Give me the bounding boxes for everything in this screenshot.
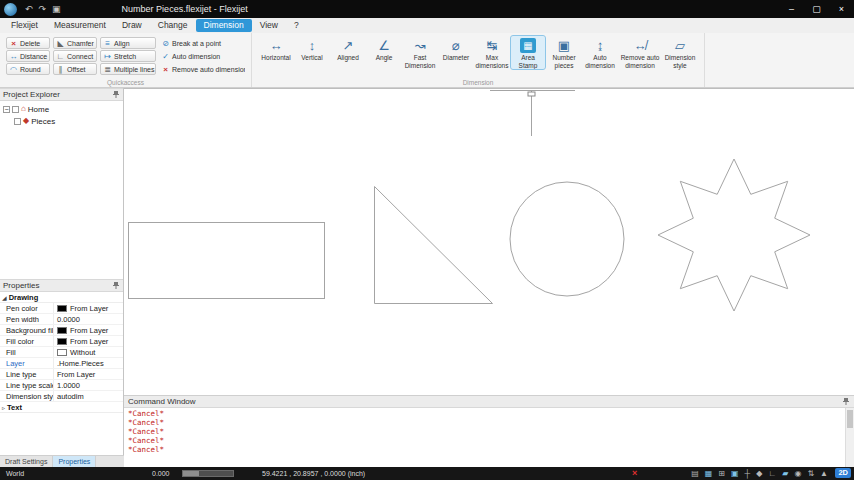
area-stamp-button[interactable]: ▦Area Stamp bbox=[511, 36, 545, 69]
section-drawing[interactable]: ◢ Drawing bbox=[0, 292, 123, 303]
line-type-scale-value[interactable]: 1.0000 bbox=[54, 380, 123, 390]
auto-dimension-button[interactable]: ↨Auto dimension bbox=[583, 36, 617, 69]
tab-properties[interactable]: Properties bbox=[53, 456, 96, 467]
chamfer-button[interactable]: ◣Chamfer bbox=[53, 37, 97, 49]
tree-item-home[interactable]: − ⌂ Home bbox=[0, 103, 123, 115]
shape-circle bbox=[510, 182, 624, 296]
mode-2d-badge[interactable]: 2D bbox=[835, 468, 851, 478]
command-output[interactable]: *Cancel* *Cancel* *Cancel* *Cancel* *Can… bbox=[124, 408, 845, 467]
remove-auto-dimension-toggle[interactable]: ×Remove auto dimension bbox=[159, 63, 245, 75]
dimension-style-value[interactable]: autodim bbox=[54, 391, 123, 401]
property-row-line-type-scale: Line type scale 1.0000 bbox=[0, 380, 123, 391]
pointer-icon[interactable]: ▲ bbox=[820, 468, 828, 479]
multiple-lines-button[interactable]: ≣Multiple lines bbox=[100, 63, 156, 75]
close-button[interactable]: × bbox=[829, 0, 854, 18]
layers-icon[interactable]: ▤ bbox=[691, 468, 699, 479]
section-expanded-icon: ◢ bbox=[2, 294, 7, 301]
fill-icon[interactable]: ▰ bbox=[782, 468, 788, 479]
command-scrollbar[interactable] bbox=[845, 408, 854, 467]
property-row-line-type: Line type From Layer bbox=[0, 369, 123, 380]
scrollbar-thumb[interactable] bbox=[847, 410, 853, 428]
round-button[interactable]: ◠Round bbox=[6, 63, 50, 75]
angle-dimension-button[interactable]: ∠Angle bbox=[367, 36, 401, 69]
align-button[interactable]: ≡Align bbox=[100, 37, 156, 49]
shape-eight-pointed-star bbox=[658, 159, 810, 311]
horizontal-dimension-button[interactable]: ↔Horizontal bbox=[259, 36, 293, 69]
offset-button[interactable]: ∥Offset bbox=[53, 63, 97, 75]
aligned-dimension-button[interactable]: ↗Aligned bbox=[331, 36, 365, 69]
slider-thumb[interactable] bbox=[183, 471, 199, 476]
vertical-dimension-button[interactable]: ↕Vertical bbox=[295, 36, 329, 69]
status-slider[interactable] bbox=[182, 470, 234, 477]
round-icon: ◠ bbox=[9, 65, 18, 74]
tab-view[interactable]: View bbox=[252, 19, 286, 32]
minimize-button[interactable]: – bbox=[779, 0, 804, 18]
section-collapsed-icon: ▹ bbox=[2, 404, 5, 411]
pin-icon[interactable] bbox=[842, 397, 850, 406]
coordinate-system-selector[interactable]: World bbox=[6, 470, 24, 477]
tab-dimension[interactable]: Dimension bbox=[196, 19, 252, 32]
collapse-icon[interactable]: − bbox=[3, 106, 10, 113]
fill-color-value[interactable]: From Layer bbox=[54, 336, 123, 346]
swap-icon[interactable]: ⇅ bbox=[807, 468, 814, 479]
background-fill-value[interactable]: From Layer bbox=[54, 325, 123, 335]
break-at-a-point-toggle[interactable]: ⊘Break at a point bbox=[159, 37, 245, 49]
command-line: *Cancel* bbox=[128, 445, 841, 454]
number-pieces-button[interactable]: ▣Number pieces bbox=[547, 36, 581, 69]
auto-dimension-toggle[interactable]: ✓Auto dimension bbox=[159, 50, 245, 62]
drawing-canvas[interactable] bbox=[124, 88, 854, 395]
redo-icon[interactable]: ↷ bbox=[39, 0, 47, 18]
shape-rectangle bbox=[129, 223, 325, 299]
ortho-icon[interactable]: ∟ bbox=[768, 468, 776, 479]
tree-item-pieces[interactable]: ◆ Pieces bbox=[0, 115, 123, 127]
dimension-style-button[interactable]: ▱Dimension style bbox=[663, 36, 697, 69]
tab-help[interactable]: ? bbox=[286, 19, 307, 32]
layer-value[interactable]: .Home.Pieces bbox=[54, 358, 123, 368]
offset-icon: ∥ bbox=[56, 65, 65, 74]
tab-draft-settings[interactable]: Draft Settings bbox=[0, 456, 53, 467]
properties-grid: ◢ Drawing Pen color From Layer Pen width… bbox=[0, 292, 123, 413]
polar-icon[interactable]: ◆ bbox=[756, 468, 762, 479]
distance-button[interactable]: ↔Distance bbox=[6, 50, 50, 62]
property-row-pen-color: Pen color From Layer bbox=[0, 303, 123, 314]
stretch-button[interactable]: ↦Stretch bbox=[100, 50, 156, 62]
crosshair-icon[interactable]: ┼ bbox=[745, 468, 751, 479]
osnap-icon[interactable]: ▣ bbox=[731, 468, 739, 479]
max-dimensions-button[interactable]: ↹Max dimensions bbox=[475, 36, 509, 69]
pin-icon[interactable] bbox=[112, 90, 120, 99]
delete-button[interactable]: ×Delete bbox=[6, 37, 50, 49]
track-icon[interactable]: ◉ bbox=[794, 468, 801, 479]
fill-value[interactable]: Without bbox=[54, 347, 123, 357]
pen-width-value[interactable]: 0.0000 bbox=[54, 314, 123, 324]
cancel-x-icon[interactable]: × bbox=[632, 468, 637, 478]
diameter-dimension-button[interactable]: ⌀Diameter bbox=[439, 36, 473, 69]
grid-icon[interactable]: ▦ bbox=[705, 468, 713, 479]
app-logo-icon[interactable] bbox=[4, 3, 17, 16]
tab-measurement[interactable]: Measurement bbox=[46, 19, 114, 32]
command-window-title: Command Window bbox=[128, 397, 842, 406]
undo-icon[interactable]: ↶ bbox=[25, 0, 33, 18]
sidebar: Project Explorer − ⌂ Home ◆ Pieces Prope… bbox=[0, 88, 124, 467]
line-type-value[interactable]: From Layer bbox=[54, 369, 123, 379]
snap-icon[interactable]: ⊞ bbox=[718, 468, 725, 479]
horizontal-icon: ↔ bbox=[270, 37, 283, 54]
remove-auto-dimension-button[interactable]: ↮Remove auto dimension bbox=[619, 36, 661, 69]
save-icon[interactable]: ▣ bbox=[52, 0, 61, 18]
qa-label: Multiple lines bbox=[114, 66, 154, 73]
maximize-button[interactable]: ▢ bbox=[804, 0, 829, 18]
tab-flexijet[interactable]: Flexijet bbox=[3, 19, 46, 32]
qa-label: Connect bbox=[67, 53, 93, 60]
home-checkbox[interactable] bbox=[12, 106, 19, 113]
connect-button[interactable]: ∟Connect bbox=[53, 50, 97, 62]
break-at-point-icon: ⊘ bbox=[161, 39, 170, 48]
tab-draw[interactable]: Draw bbox=[114, 19, 150, 32]
property-row-layer: Layer .Home.Pieces bbox=[0, 358, 123, 369]
section-text[interactable]: ▹ Text bbox=[0, 402, 123, 413]
auto-dimension-check-icon: ✓ bbox=[161, 52, 170, 61]
pieces-checkbox[interactable] bbox=[14, 118, 21, 125]
fast-dimension-button[interactable]: ↝Fast Dimension bbox=[403, 36, 437, 69]
pen-color-value[interactable]: From Layer bbox=[54, 303, 123, 313]
tree-item-label: Home bbox=[28, 105, 49, 114]
pin-icon[interactable] bbox=[112, 281, 120, 290]
tab-change[interactable]: Change bbox=[150, 19, 196, 32]
